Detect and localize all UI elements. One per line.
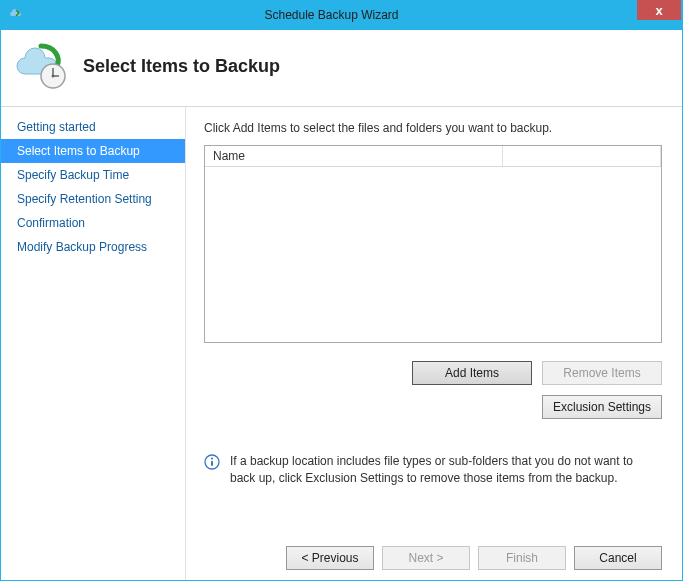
sidebar-item-retention[interactable]: Specify Retention Setting — [1, 187, 185, 211]
window-title: Schedule Backup Wizard — [26, 8, 637, 22]
sidebar-item-specify-time[interactable]: Specify Backup Time — [1, 163, 185, 187]
exclusion-settings-button[interactable]: Exclusion Settings — [542, 395, 662, 419]
info-text: If a backup location includes file types… — [230, 453, 658, 487]
next-button: Next > — [382, 546, 470, 570]
info-section: If a backup location includes file types… — [204, 453, 662, 487]
main-panel: Click Add Items to select the files and … — [186, 107, 682, 580]
sidebar-item-progress[interactable]: Modify Backup Progress — [1, 235, 185, 259]
app-icon — [6, 7, 26, 23]
instruction-text: Click Add Items to select the files and … — [204, 121, 662, 135]
sidebar-item-confirmation[interactable]: Confirmation — [1, 211, 185, 235]
exclusion-buttons-row: Exclusion Settings — [204, 395, 662, 419]
close-button[interactable]: x — [637, 0, 681, 20]
wizard-steps-sidebar: Getting started Select Items to Backup S… — [1, 107, 186, 580]
window-body: Select Items to Backup Getting started S… — [0, 30, 683, 581]
item-buttons-row: Add Items Remove Items — [204, 361, 662, 385]
wizard-header: Select Items to Backup — [1, 30, 682, 107]
cancel-button[interactable]: Cancel — [574, 546, 662, 570]
sidebar-item-getting-started[interactable]: Getting started — [1, 115, 185, 139]
sidebar-item-select-items[interactable]: Select Items to Backup — [1, 139, 185, 163]
page-title: Select Items to Backup — [83, 56, 280, 77]
content-area: Getting started Select Items to Backup S… — [1, 107, 682, 580]
column-header-name[interactable]: Name — [205, 146, 503, 166]
column-header-spacer — [503, 146, 661, 166]
titlebar: Schedule Backup Wizard x — [0, 0, 683, 30]
svg-point-5 — [211, 457, 213, 459]
info-icon — [204, 454, 220, 470]
svg-rect-6 — [211, 461, 213, 466]
finish-button: Finish — [478, 546, 566, 570]
wizard-footer-buttons: < Previous Next > Finish Cancel — [204, 528, 662, 570]
remove-items-button: Remove Items — [542, 361, 662, 385]
wizard-header-icon — [11, 40, 75, 92]
items-list[interactable]: Name — [204, 145, 662, 343]
list-header: Name — [205, 146, 661, 167]
previous-button[interactable]: < Previous — [286, 546, 374, 570]
add-items-button[interactable]: Add Items — [412, 361, 532, 385]
